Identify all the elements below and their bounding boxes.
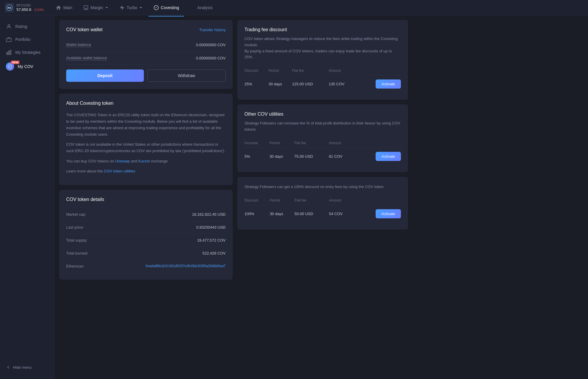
th-action [354,139,401,148]
price-change: -0.54% [34,8,44,11]
other-utilities-title: Other COV utilities [244,112,401,117]
sidebar-item-rating[interactable]: Rating [0,20,54,33]
sidebar-portfolio-label: Portfolio [15,37,30,42]
last-price-value: 0.93250443 USD [196,225,226,230]
price-value: 57,650.6 [16,7,31,12]
th-amount: Amount [329,66,356,75]
svg-rect-5 [7,52,8,55]
briefcase-icon [6,36,12,42]
other-utilities-card: Other COV utilities Strategy Followers c… [237,104,408,172]
wallet-balance-row: Wallet balance 0.00000000 COV [66,38,226,51]
brand-price: BTC/USD 57,650.6 -0.54% [16,4,44,12]
th-amount: Amount [329,139,354,148]
total-burned-row: Total burned: 522,428 COV [66,247,226,260]
th-amount: Amount [329,196,354,205]
wallet-card-title: COV token wallet [66,27,103,32]
sidebar-item-portfolio[interactable]: Portfolio [0,33,54,46]
nav-margin[interactable]: Margin [78,3,113,12]
total-burned-label: Total burned: [66,251,88,255]
chart-bar-icon [6,49,12,55]
kucoin-link[interactable]: Kucoin [138,159,150,163]
total-supply-label: Total supply: [66,238,87,242]
entry-fee-table: Discount Period Flat fee Amount 100% 30 … [244,196,401,222]
deposit-button[interactable]: Deposit [66,69,144,82]
wallet-actions: Deposit Withdraw [66,69,226,82]
activate-button-1[interactable]: Activate [376,79,401,89]
nav-analysis[interactable]: Analysis [185,3,217,12]
svg-text:C: C [9,66,11,68]
th-flat-fee: Flat fee [292,66,329,75]
td-flat-fee: 75.00 USD [294,147,329,165]
last-price-row: Last price: 0.93250443 USD [66,221,226,234]
td-activate: Activate [354,147,401,165]
trading-fee-discount-title: Trading fee discount [244,27,401,32]
token-details-header: COV token details [66,197,226,202]
withdraw-button[interactable]: Withdraw [147,69,226,82]
nav-turbo[interactable]: Turbo [114,3,147,12]
th-period: Period [269,139,294,148]
td-amount: 54 COV [329,205,354,222]
sidebar-my-cov-label: My COV [18,64,33,69]
sidebar-item-my-strategies[interactable]: My Strategies [0,46,54,59]
uniswap-link[interactable]: Uniswap [115,159,130,163]
about-para-1: The COVESTING Token is an ERC20 utility … [66,112,226,138]
td-flat-fee: 50.00 USD [294,205,329,222]
svg-text:PX: PX [8,6,11,9]
svg-rect-7 [10,50,11,55]
wallet-card-header: COV token wallet Transfer history [66,27,226,32]
th-flat-fee: Flat fee [294,196,329,205]
top-navigation: PX BTC/USD 57,650.6 -0.54% Main Margin T… [0,0,588,15]
nav-margin-label: Margin [91,5,103,10]
etherscan-row: Etherscan: 0xada86b1b313d1d5267e3fc0bb30… [66,260,226,272]
hide-menu-button[interactable]: Hide menu [6,365,48,370]
available-balance-value: 0.00000000 COV [196,56,226,60]
utilities-table: Increase Period Flat fee Amount 5% 30 da… [244,139,401,165]
sidebar-my-strategies-label: My Strategies [15,50,41,55]
entry-fee-desc: Strategy Followers can get a 100% discou… [244,184,401,190]
right-column: Trading fee discount COV token allows St… [237,20,408,374]
about-card-header: About Covesting token [66,101,226,106]
cov-utilities-link[interactable]: COV token utilities [104,169,135,173]
table-row: 25% 30 days 125.00 USD 135 COV Activate [244,75,401,93]
cov-wallet-card: COV token wallet Transfer history Wallet… [59,20,233,89]
sidebar-bottom: Hide menu [0,360,54,374]
activate-button-3[interactable]: Activate [376,209,401,218]
th-period: Period [270,196,294,205]
market-cap-label: Market cap: [66,212,86,217]
td-amount: 81 COV [329,147,354,165]
sidebar-item-my-cov[interactable]: C NEW My COV [0,59,54,74]
trading-fee-table: Discount Period Flat fee Amount 25% 30 d… [244,66,401,93]
available-balance-label[interactable]: Available wallet balance [66,56,107,60]
td-activate: Activate [354,205,401,222]
th-discount: Discount [244,66,269,75]
svg-rect-6 [8,51,9,55]
trading-pair: BTC/USD [16,4,44,7]
sidebar-rating-label: Rating [15,24,27,29]
td-amount: 135 COV [329,75,356,93]
td-period: 30 days [270,205,294,222]
chevron-left-icon [6,365,11,370]
transfer-history-link[interactable]: Transfer history [199,28,226,32]
etherscan-link[interactable]: 0xada86b1b313d1d5267e3fc0bb303f0a2b66d0e… [146,264,226,268]
brand-logo: PX [5,3,14,12]
nav-covesting-label: Covesting [161,5,179,10]
my-cov-icon: C NEW [6,62,14,71]
th-period: Period [269,66,292,75]
svg-point-3 [8,24,10,26]
wallet-balance-label[interactable]: Wallet balance [66,42,91,47]
nav-covesting[interactable]: Covesting [149,3,184,12]
trading-fee-discount-desc: COV token allows Strategy managers to re… [244,36,401,60]
etherscan-label: Etherscan: [66,264,84,268]
td-activate: Activate [356,75,401,93]
about-card: About Covesting token The COVESTING Toke… [59,94,233,185]
th-action [356,66,401,75]
about-para-2: COV token is not available in the United… [66,141,226,154]
page-layout: Rating Portfolio My Strategies C NEW My … [0,15,588,379]
nav-main[interactable]: Main [51,3,77,12]
activate-button-2[interactable]: Activate [376,152,401,161]
total-supply-row: Total supply: 19,477,572 COV [66,234,226,247]
entry-fee-discount-card: Strategy Followers can get a 100% discou… [237,177,408,230]
about-para-4: Learn more about the COV token utilities [66,168,226,174]
nav-analysis-label: Analysis [197,5,213,10]
th-flat-fee: Flat fee [294,139,329,148]
